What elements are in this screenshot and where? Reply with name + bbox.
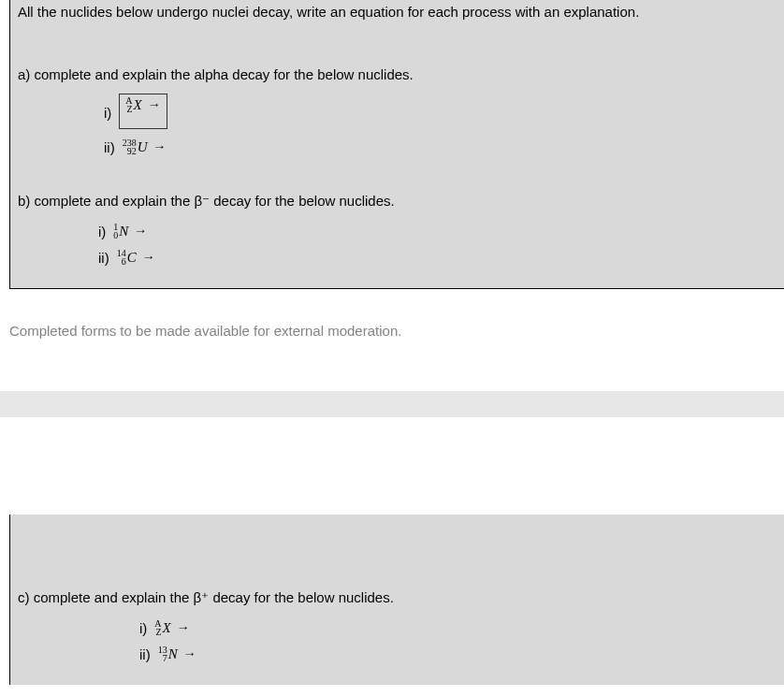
arrow-icon: → — [153, 139, 167, 154]
mass-atomic: 1 0 — [113, 223, 118, 239]
part-b-header: b) complete and explain the β⁻ decay for… — [18, 193, 775, 210]
boxed-nuclide: A Z X → — [119, 94, 167, 129]
item-label: ii) — [98, 250, 109, 266]
nuclide: 14 6 C → — [117, 249, 155, 266]
item-label: i) — [104, 105, 111, 121]
arrow-icon: → — [148, 97, 161, 112]
item-label: i) — [98, 224, 106, 239]
part-c-header: c) complete and explain the β⁺ decay for… — [18, 589, 775, 606]
nuclide: 1 0 N → — [113, 223, 147, 239]
arrow-icon: → — [134, 224, 147, 239]
part-c-item-2: ii) 13 7 N → — [139, 645, 775, 662]
arrow-icon: → — [183, 646, 196, 661]
mass-atomic: A Z — [125, 96, 132, 113]
nuclide: A Z X → — [125, 96, 160, 113]
nuclide: A Z X → — [154, 619, 189, 636]
mass-atomic: 13 7 — [158, 645, 167, 662]
arrow-icon: → — [142, 250, 155, 265]
intro-text: All the nuclides below undergo nuclei de… — [18, 4, 775, 20]
item-label: i) — [139, 620, 147, 636]
part-a-item-1: i) A Z X → — [104, 95, 775, 129]
question-box-top: All the nuclides below undergo nuclei de… — [9, 0, 784, 289]
mass-atomic: A Z — [154, 619, 161, 636]
item-label: ii) — [104, 139, 115, 155]
part-b-item-2: ii) 14 6 C → — [98, 249, 775, 266]
nuclide: 13 7 N → — [158, 645, 196, 662]
question-box-bottom: c) complete and explain the β⁺ decay for… — [9, 515, 784, 685]
mass-atomic: 238 92 — [123, 138, 137, 155]
separator-band — [0, 391, 784, 417]
moderation-note: Completed forms to be made available for… — [9, 323, 784, 339]
part-a-item-2: ii) 238 92 U → — [104, 138, 775, 155]
part-c-item-1: i) A Z X → — [139, 619, 775, 636]
arrow-icon: → — [177, 620, 190, 635]
nuclide: 238 92 U → — [123, 138, 167, 155]
part-b-item-1: i) 1 0 N → — [98, 223, 775, 239]
mass-atomic: 14 6 — [117, 249, 126, 266]
item-label: ii) — [139, 646, 151, 662]
part-a-header: a) complete and explain the alpha decay … — [18, 66, 775, 82]
